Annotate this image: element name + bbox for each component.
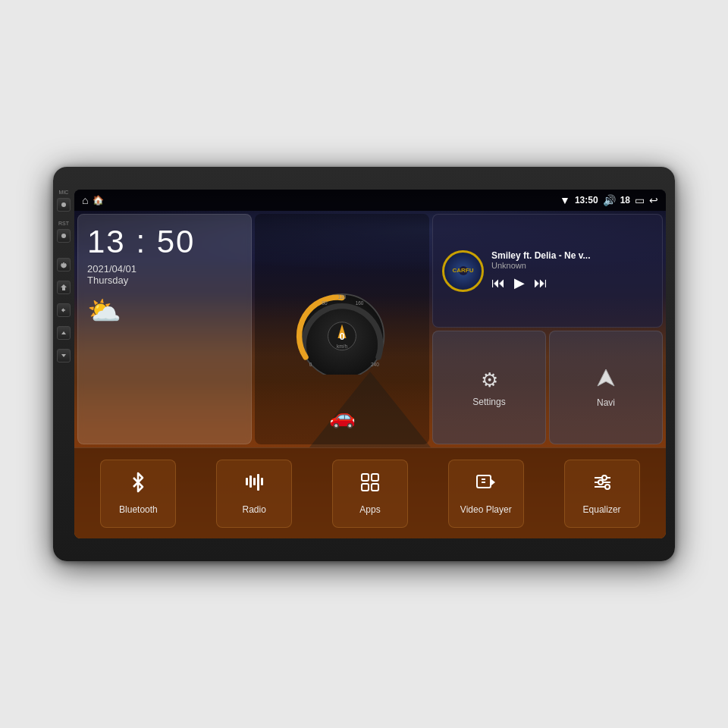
mic-button[interactable] bbox=[57, 198, 71, 212]
svg-marker-11 bbox=[598, 369, 614, 386]
video-icon bbox=[475, 472, 497, 498]
svg-rect-18 bbox=[372, 474, 378, 481]
svg-point-1 bbox=[61, 234, 66, 238]
power-button[interactable] bbox=[57, 258, 71, 271]
clock-widget: 13 : 50 2021/04/01 Thursday ⛅ bbox=[77, 214, 252, 444]
bluetooth-button[interactable]: Bluetooth bbox=[100, 460, 176, 528]
video-player-button[interactable]: Video Player bbox=[448, 460, 524, 528]
radio-label: Radio bbox=[243, 504, 266, 515]
svg-text:240: 240 bbox=[371, 362, 379, 367]
svg-rect-13 bbox=[249, 475, 252, 488]
vol-down-button[interactable] bbox=[57, 349, 71, 362]
apps-label: Apps bbox=[359, 504, 380, 515]
svg-text:km/h: km/h bbox=[337, 344, 347, 349]
play-button[interactable]: ▶ bbox=[514, 275, 525, 291]
navi-button[interactable]: Navi bbox=[549, 331, 663, 444]
battery-icon: ▭ bbox=[635, 194, 645, 206]
svg-point-0 bbox=[61, 202, 66, 207]
video-player-label: Video Player bbox=[460, 504, 512, 515]
music-widget: CARFU Smiley ft. Delia - Ne v... Unknown… bbox=[432, 214, 663, 328]
svg-text:80: 80 bbox=[322, 300, 328, 306]
svg-rect-12 bbox=[246, 478, 248, 485]
svg-rect-19 bbox=[362, 484, 369, 491]
speedometer-widget: 0 80 120 160 240 0 km/h 🚗 bbox=[255, 214, 429, 444]
equalizer-button[interactable]: Equalizer bbox=[564, 460, 640, 528]
svg-rect-14 bbox=[253, 478, 256, 485]
mic-label: MIC bbox=[59, 190, 69, 195]
vol-up-button[interactable] bbox=[57, 326, 71, 340]
rst-label: RST bbox=[58, 221, 69, 226]
navi-label: Navi bbox=[597, 397, 615, 408]
radio-icon bbox=[243, 472, 265, 498]
carfu-logo: CARFU bbox=[453, 267, 474, 275]
prev-button[interactable]: ⏮ bbox=[491, 275, 505, 291]
music-artist: Unknown bbox=[491, 261, 653, 270]
bottom-app-bar: Bluetooth Radio bbox=[74, 447, 666, 538]
bluetooth-label: Bluetooth bbox=[119, 504, 158, 515]
svg-rect-16 bbox=[261, 478, 263, 485]
svg-point-32 bbox=[605, 485, 610, 489]
equalizer-icon bbox=[592, 472, 613, 498]
rst-button[interactable] bbox=[57, 229, 71, 243]
volume-level: 18 bbox=[620, 195, 630, 206]
next-button[interactable]: ⏭ bbox=[534, 275, 548, 291]
equalizer-label: Equalizer bbox=[583, 504, 621, 515]
app-icon: 🏠 bbox=[93, 195, 104, 206]
clock-day: Thursday bbox=[87, 275, 242, 286]
back-nav-icon: ↩ bbox=[649, 194, 658, 206]
music-title: Smiley ft. Delia - Ne v... bbox=[491, 250, 653, 261]
navi-icon bbox=[596, 368, 616, 393]
settings-icon: ⚙ bbox=[481, 369, 498, 392]
settings-button[interactable]: ⚙ Settings bbox=[432, 331, 546, 444]
svg-text:120: 120 bbox=[338, 294, 347, 300]
album-art: CARFU bbox=[442, 250, 484, 292]
weather-icon: ⛅ bbox=[87, 295, 242, 327]
svg-text:160: 160 bbox=[356, 300, 364, 306]
home-icon: ⌂ bbox=[82, 194, 88, 206]
car-image: 🚗 bbox=[329, 404, 356, 429]
svg-rect-20 bbox=[372, 484, 378, 491]
side-button-panel: MIC RST bbox=[53, 174, 74, 554]
clock-date: 2021/04/01 bbox=[87, 263, 242, 275]
svg-text:0: 0 bbox=[339, 331, 344, 342]
svg-point-26 bbox=[602, 475, 607, 480]
status-bar: ⌂ 🏠 ▼ 13:50 🔊 18 ▭ ↩ bbox=[74, 190, 666, 211]
svg-rect-15 bbox=[257, 474, 259, 491]
stereo-unit: MIC RST bbox=[53, 167, 675, 561]
apps-button[interactable]: Apps bbox=[332, 460, 408, 528]
volume-icon: 🔊 bbox=[603, 194, 616, 206]
home-side-button[interactable] bbox=[57, 281, 71, 294]
back-side-button[interactable] bbox=[57, 303, 71, 317]
svg-rect-17 bbox=[362, 474, 369, 481]
radio-button[interactable]: Radio bbox=[216, 460, 292, 528]
bluetooth-icon bbox=[127, 472, 149, 498]
screen: ⌂ 🏠 ▼ 13:50 🔊 18 ▭ ↩ 13 : 50 2021/04/01 bbox=[74, 190, 666, 538]
clock-display: 13 : 50 bbox=[87, 224, 242, 260]
svg-point-29 bbox=[598, 480, 603, 485]
wifi-icon: ▼ bbox=[560, 194, 570, 206]
settings-label: Settings bbox=[472, 397, 505, 407]
svg-text:0: 0 bbox=[309, 362, 312, 367]
svg-marker-22 bbox=[491, 479, 495, 485]
status-time: 13:50 bbox=[575, 195, 598, 206]
apps-icon bbox=[359, 472, 381, 498]
